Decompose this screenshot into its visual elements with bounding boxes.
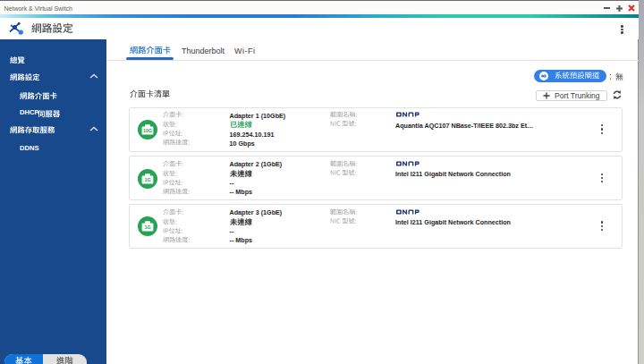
svg-text:10G: 10G	[143, 128, 152, 133]
svg-text:1G: 1G	[144, 177, 150, 182]
svg-text:1G: 1G	[144, 224, 150, 230]
